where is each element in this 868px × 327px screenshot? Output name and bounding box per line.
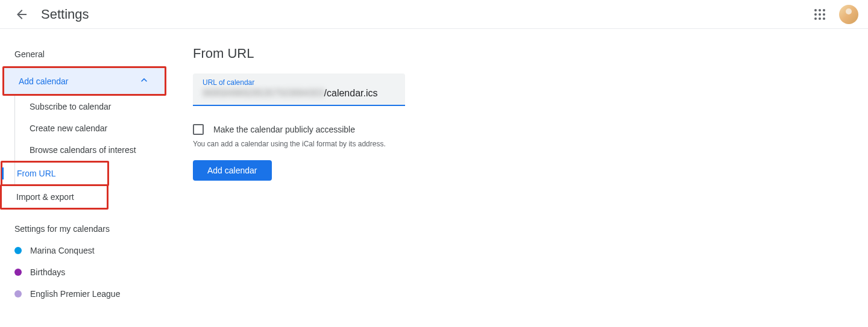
sidebar-subitem-browse[interactable]: Browse calendars of interest [15,139,169,161]
add-calendar-button[interactable]: Add calendar [193,160,272,181]
sidebar-section-title: Settings for my calendars [0,210,169,240]
annotation-highlight-from-url: From URL [1,161,109,186]
sidebar-item-label: From URL [17,169,56,178]
calendar-name: English Premier League [30,289,120,299]
calendar-color-dot [14,247,22,254]
calendar-name: Birthdays [30,267,65,277]
url-field-value: 869584969285357503694303/calendar.ics [203,88,395,99]
sidebar-calendar-item[interactable]: English Premier League [0,283,169,305]
back-button[interactable] [10,2,34,26]
sidebar-calendar-item[interactable]: Birthdays [0,261,169,283]
sidebar-item-label: Import & export [16,192,74,202]
calendar-name: Marina Conquest [30,246,95,255]
sidebar-item-label: General [14,49,45,59]
url-visible-suffix: /calendar.ics [324,88,378,99]
url-field-label: URL of calendar [203,78,395,87]
google-apps-button[interactable] [808,2,832,26]
help-text: You can add a calendar using the iCal fo… [193,140,591,148]
settings-sidebar: General Add calendar Subscribe to calend… [0,29,169,327]
content-area: General Add calendar Subscribe to calend… [0,29,868,327]
sidebar-item-label: Add calendar [19,76,69,86]
public-access-row: Make the calendar publicly accessible [193,124,591,135]
chevron-up-icon [138,74,150,88]
calendar-color-dot [14,269,22,276]
url-blurred-portion: 869584969285357503694303 [203,88,324,99]
arrow-back-icon [14,7,29,22]
annotation-highlight-add-calendar: Add calendar [2,66,166,96]
main-title: From URL [193,46,591,61]
sidebar-item-label: Browse calendars of interest [30,145,136,155]
apps-grid-icon [814,9,825,20]
add-calendar-subitems: Subscribe to calendar Create new calenda… [14,96,169,186]
public-access-checkbox[interactable] [193,124,204,135]
calendar-color-dot [14,290,22,297]
settings-header: Settings [0,0,868,29]
url-of-calendar-field[interactable]: URL of calendar 869584969285357503694303… [193,73,405,106]
user-avatar[interactable] [839,5,858,24]
public-access-label: Make the calendar publicly accessible [213,125,355,134]
main-panel: From URL URL of calendar 869584969285357… [169,29,615,327]
sidebar-calendar-item[interactable]: Marina Conquest [0,240,169,261]
sidebar-item-general[interactable]: General [0,43,169,65]
sidebar-subitem-from-url[interactable]: From URL [2,163,107,184]
sidebar-item-add-calendar[interactable]: Add calendar [4,68,165,94]
sidebar-subitem-subscribe[interactable]: Subscribe to calendar [15,96,169,117]
annotation-highlight-import-export: Import & export [0,184,108,210]
page-title: Settings [41,7,808,22]
sidebar-item-label: Create new calendar [30,123,107,133]
sidebar-subitem-create-new[interactable]: Create new calendar [15,117,169,139]
sidebar-item-label: Subscribe to calendar [30,102,111,111]
sidebar-item-import-export[interactable]: Import & export [2,186,107,208]
